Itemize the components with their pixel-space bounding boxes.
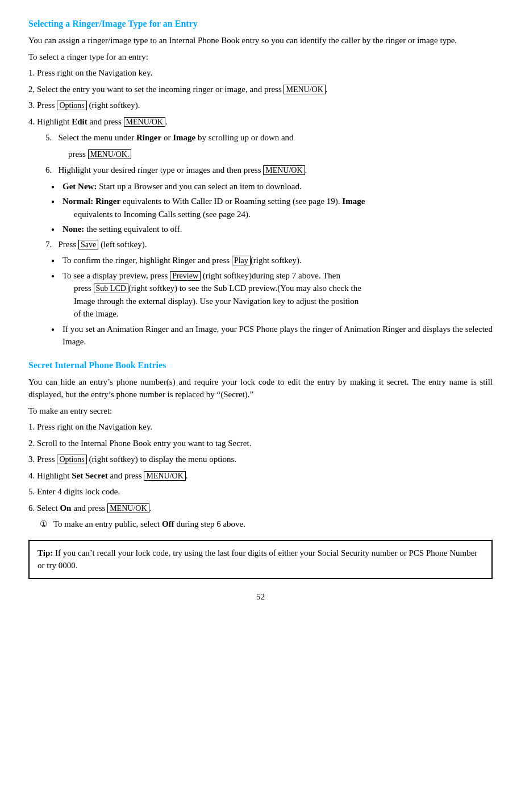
menuok-ref6: MENU/OK	[107, 503, 149, 513]
getnew-label: Get New:	[62, 182, 97, 191]
normal-label: Normal: Ringer	[62, 197, 120, 206]
bullet-normal: Normal: Ringer equivalents to With Calle…	[28, 195, 493, 220]
bullet-none: None: the setting equivalent to off.	[28, 223, 493, 236]
tip-label: Tip:	[37, 548, 53, 557]
off-label: Off	[162, 519, 174, 528]
section2-intro: You can hide an entry’s phone number(s) …	[28, 376, 493, 401]
step7: 7. Press Save (left softkey).	[28, 238, 493, 251]
page-content: Selecting a Ringer/Image Type for an Ent…	[28, 17, 493, 603]
step2: 2, Select the entry you want to set the …	[28, 83, 493, 96]
options-ref1: Options	[57, 101, 86, 110]
ringer-label: Ringer	[136, 133, 161, 142]
section2-to: To make an entry secret:	[28, 405, 493, 418]
step3: 3. Press Options (right softkey).	[28, 99, 493, 112]
image-label1: Image	[173, 133, 195, 142]
bullet-confirm: To confirm the ringer, highlight Ringer …	[28, 254, 493, 267]
s2-step3: 3. Press Options (right softkey) to disp…	[28, 453, 493, 466]
s2-step7b: ① To make an entry public, select Off du…	[28, 518, 493, 531]
play-ref: Play	[232, 256, 251, 265]
none-label: None:	[62, 224, 84, 234]
bullet-preview: To see a display preview, press Preview …	[28, 269, 493, 320]
section2-title: Secret Internal Phone Book Entries	[28, 359, 493, 372]
intro-para2: To select a ringer type for an entry:	[28, 51, 493, 64]
menuok-ref3: MENU/OK.	[88, 149, 132, 159]
menuok-ref5: MENU/OK	[144, 471, 185, 481]
setsecret-label: Set Secret	[72, 471, 107, 480]
tip-text: If you can’t recall your lock code, try …	[37, 548, 477, 571]
edit-label: Edit	[72, 117, 87, 126]
menuok-ref4: MENU/OK	[263, 165, 305, 175]
tip-box: Tip: If you can’t recall your lock code,…	[28, 540, 493, 579]
s2-step4: 4. Highlight Set Secret and press MENU/O…	[28, 469, 493, 482]
menuok-ref1: MENU/OK	[284, 85, 325, 94]
menuok-ref2: MENU/OK	[124, 117, 165, 127]
section1-title: Selecting a Ringer/Image Type for an Ent…	[28, 17, 493, 31]
bullet-getnew: Get New: Start up a Browser and you can …	[28, 180, 493, 193]
intro-para1: You can assign a ringer/image type to an…	[28, 34, 493, 47]
save-ref: Save	[78, 240, 98, 249]
step5: 5. Select the menu under Ringer or Image…	[28, 131, 493, 144]
s2-step2: 2. Scroll to the Internal Phone Book ent…	[28, 437, 493, 450]
step5-indent: press MENU/OK.	[28, 148, 493, 161]
s2-step5: 5. Enter 4 digits lock code.	[28, 485, 493, 498]
sublcd-ref: Sub LCD	[94, 284, 128, 293]
step4: 4. Highlight Edit and press MENU/OK.	[28, 115, 493, 128]
options-ref2: Options	[57, 455, 86, 464]
image-label2: Image	[342, 197, 365, 206]
bullet-animation: If you set an Animation Ringer and an Im…	[28, 323, 493, 348]
preview-ref: Preview	[170, 271, 201, 281]
on-label: On	[60, 503, 71, 513]
page-number: 52	[28, 590, 493, 603]
s2-step6: 6. Select On and press MENU/OK.	[28, 502, 493, 515]
s2-step1: 1. Press right on the Navigation key.	[28, 420, 493, 434]
step1: 1. Press right on the Navigation key.	[28, 66, 493, 80]
step6: 6. Highlight your desired ringer type or…	[28, 164, 493, 177]
